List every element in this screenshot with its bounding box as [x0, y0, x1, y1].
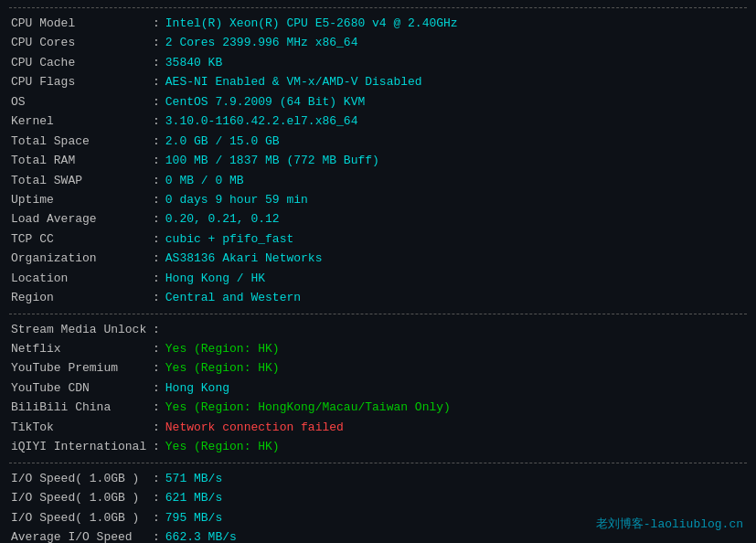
row-colon: :	[153, 92, 160, 112]
table-row: Total Space:2.0 GB / 15.0 GB	[9, 132, 747, 151]
row-label: CPU Model	[11, 14, 153, 33]
table-row: Region:Central and Western	[9, 288, 747, 307]
section-system-info: CPU Model:Intel(R) Xeon(R) CPU E5-2680 v…	[9, 7, 747, 314]
row-label: Total RAM	[11, 151, 153, 170]
table-row: Organization:AS38136 Akari Networks	[9, 249, 747, 268]
row-colon: :	[153, 33, 160, 52]
row-label: Stream Media Unlock	[11, 320, 153, 339]
row-label: Average I/O Speed	[11, 527, 153, 543]
row-value: AES-NI Enabled & VM-x/AMD-V Disabled	[165, 72, 422, 91]
row-value: Yes (Region: HK)	[165, 437, 280, 456]
table-row: Total SWAP:0 MB / 0 MB	[9, 171, 747, 190]
table-row: CPU Cores:2 Cores 2399.996 MHz x86_64	[9, 33, 747, 52]
row-value: 3.10.0-1160.42.2.el7.x86_64	[165, 112, 358, 131]
row-label: Load Average	[11, 209, 153, 229]
row-label: Total Space	[11, 132, 153, 151]
row-colon: :	[153, 378, 160, 398]
table-row: CPU Flags:AES-NI Enabled & VM-x/AMD-V Di…	[9, 72, 747, 91]
row-value: Central and Western	[165, 288, 301, 307]
row-value: 621 MB/s	[165, 488, 222, 507]
table-row: I/O Speed( 1.0GB ):571 MB/s	[9, 469, 747, 488]
row-colon: :	[153, 151, 160, 170]
row-colon: :	[153, 437, 160, 456]
row-label: OS	[11, 92, 153, 112]
row-label: Region	[11, 288, 153, 307]
row-label: Uptime	[11, 190, 153, 209]
row-value: AS38136 Akari Networks	[165, 249, 323, 268]
row-label: Kernel	[11, 112, 153, 131]
row-colon: :	[153, 209, 160, 229]
table-row: Stream Media Unlock:	[9, 320, 747, 339]
row-label: iQIYI International	[11, 437, 153, 456]
row-colon: :	[153, 320, 160, 339]
row-colon: :	[153, 14, 160, 33]
section-stream-media: Stream Media Unlock:Netflix:Yes (Region:…	[9, 314, 747, 463]
row-value: 662.3 MB/s	[165, 527, 237, 543]
row-value: 571 MB/s	[165, 469, 222, 488]
table-row: CPU Cache:35840 KB	[9, 53, 747, 72]
row-label: Organization	[11, 249, 153, 268]
row-value: 0.20, 0.21, 0.12	[165, 209, 280, 229]
row-value: 795 MB/s	[165, 508, 222, 527]
terminal-output: CPU Model:Intel(R) Xeon(R) CPU E5-2680 v…	[9, 7, 747, 543]
row-label: I/O Speed( 1.0GB )	[11, 469, 153, 488]
row-label: TCP CC	[11, 229, 153, 249]
table-row: CPU Model:Intel(R) Xeon(R) CPU E5-2680 v…	[9, 14, 747, 33]
table-row: YouTube Premium:Yes (Region: HK)	[9, 358, 747, 378]
row-colon: :	[153, 339, 160, 358]
row-label: Netflix	[11, 339, 153, 358]
row-label: Total SWAP	[11, 171, 153, 190]
row-value: 35840 KB	[165, 53, 222, 72]
watermark: 老刘博客-laoliublog.cn	[596, 516, 743, 532]
table-row: Load Average:0.20, 0.21, 0.12	[9, 209, 747, 229]
row-label: CPU Cores	[11, 33, 153, 52]
row-value: 0 days 9 hour 59 min	[165, 190, 308, 209]
row-colon: :	[153, 190, 160, 209]
row-label: I/O Speed( 1.0GB )	[11, 508, 153, 527]
table-row: Netflix:Yes (Region: HK)	[9, 339, 747, 358]
row-label: I/O Speed( 1.0GB )	[11, 488, 153, 507]
row-value: Yes (Region: HK)	[165, 339, 280, 358]
row-colon: :	[153, 229, 160, 249]
table-row: Kernel:3.10.0-1160.42.2.el7.x86_64	[9, 112, 747, 131]
row-label: YouTube CDN	[11, 378, 153, 398]
row-value: Network connection failed	[165, 418, 344, 437]
row-colon: :	[153, 418, 160, 437]
row-value: 2.0 GB / 15.0 GB	[165, 132, 280, 151]
table-row: I/O Speed( 1.0GB ):621 MB/s	[9, 488, 747, 507]
row-value: Hong Kong / HK	[165, 269, 265, 288]
row-value: cubic + pfifo_fast	[165, 229, 293, 249]
table-row: OS:CentOS 7.9.2009 (64 Bit) KVM	[9, 92, 747, 112]
row-value: Yes (Region: HK)	[165, 358, 280, 378]
row-colon: :	[153, 358, 160, 378]
row-colon: :	[153, 132, 160, 151]
row-colon: :	[153, 527, 160, 543]
row-colon: :	[153, 112, 160, 131]
row-value: 100 MB / 1837 MB (772 MB Buff)	[165, 151, 379, 170]
table-row: TCP CC:cubic + pfifo_fast	[9, 229, 747, 249]
row-label: CPU Cache	[11, 53, 153, 72]
row-value: 2 Cores 2399.996 MHz x86_64	[165, 33, 358, 52]
row-value: Intel(R) Xeon(R) CPU E5-2680 v4 @ 2.40GH…	[165, 14, 458, 33]
table-row: Total RAM:100 MB / 1837 MB (772 MB Buff)	[9, 151, 747, 170]
row-label: CPU Flags	[11, 72, 153, 91]
table-row: iQIYI International:Yes (Region: HK)	[9, 437, 747, 456]
row-colon: :	[153, 488, 160, 507]
row-value: 0 MB / 0 MB	[165, 171, 244, 190]
row-value: CentOS 7.9.2009 (64 Bit) KVM	[165, 92, 365, 112]
row-colon: :	[153, 288, 160, 307]
table-row: TikTok:Network connection failed	[9, 418, 747, 437]
row-label: Location	[11, 269, 153, 288]
row-colon: :	[153, 508, 160, 527]
table-row: Location:Hong Kong / HK	[9, 269, 747, 288]
row-colon: :	[153, 398, 160, 417]
row-colon: :	[153, 171, 160, 190]
row-colon: :	[153, 72, 160, 91]
row-value: Hong Kong	[165, 378, 229, 398]
table-row: Uptime:0 days 9 hour 59 min	[9, 190, 747, 209]
row-label: TikTok	[11, 418, 153, 437]
row-colon: :	[153, 269, 160, 288]
row-value: Yes (Region: HongKong/Macau/Taiwan Only)	[165, 398, 451, 417]
table-row: BiliBili China:Yes (Region: HongKong/Mac…	[9, 398, 747, 417]
row-label: BiliBili China	[11, 398, 153, 417]
